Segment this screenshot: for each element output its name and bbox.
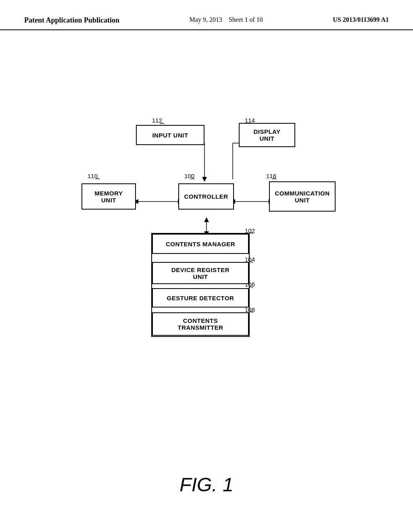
communication-unit-box: COMMUNICATIONUNIT [269, 181, 336, 212]
date-sheet-label: May 9, 2013 Sheet 1 of 10 [190, 16, 263, 23]
submodule-group-border [151, 233, 250, 337]
input-unit-box: INPUT UNIT [136, 125, 204, 145]
figure-label: FIG. 1 [0, 474, 413, 496]
date-label: May 9, 2013 [190, 16, 222, 23]
diagram-area: 112 114 110 100 116 102 104 106 108 INPU… [0, 64, 413, 371]
publication-label: Patent Application Publication [24, 16, 119, 25]
sheet-label: Sheet 1 of 10 [229, 16, 263, 23]
controller-box: CONTROLLER [178, 183, 234, 210]
ref-116: 116 [266, 172, 276, 179]
ref-100: 100 [184, 172, 194, 179]
diagram-container: 112 114 110 100 116 102 104 106 108 INPU… [65, 64, 348, 371]
memory-unit-box: MEMORYUNIT [81, 183, 136, 210]
ref-110: 110 [88, 172, 98, 179]
patent-number-label: US 2013/0113699 A1 [333, 16, 389, 23]
display-unit-box: DISPLAYUNIT [239, 123, 295, 147]
ref-112: 112 [152, 117, 162, 124]
page-header: Patent Application Publication May 9, 20… [0, 0, 413, 30]
